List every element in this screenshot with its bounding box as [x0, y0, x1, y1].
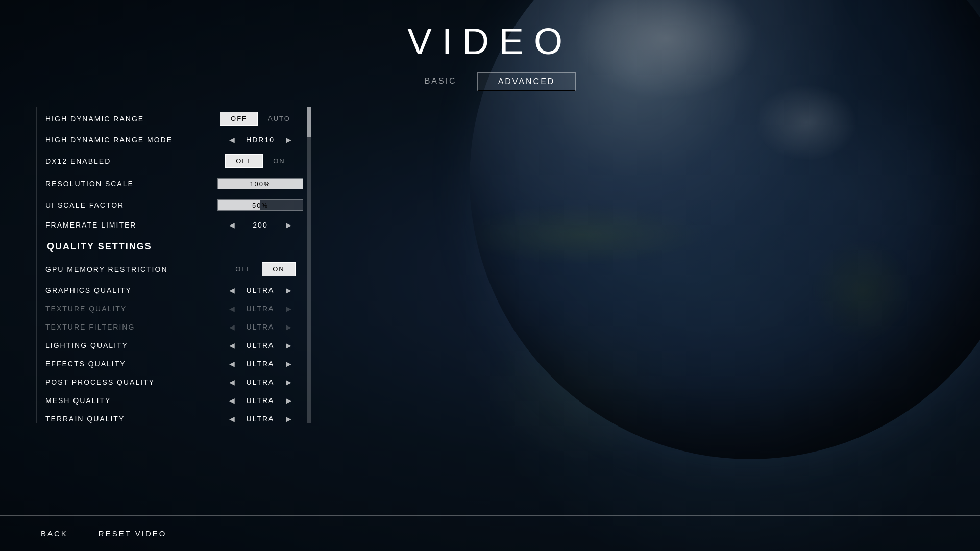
arrow-value-graphics-quality: ULTRA [240, 286, 281, 294]
setting-graphics-quality: GRAPHICS QUALITY ◀ ULTRA ▶ [36, 281, 311, 299]
setting-label-dx12: DX12 ENABLED [45, 157, 209, 165]
tab-advanced[interactable]: ADVANCED [477, 72, 576, 91]
setting-mesh-quality: MESH QUALITY ◀ ULTRA ▶ [36, 391, 311, 410]
setting-control-effects-quality: ◀ ULTRA ▶ [209, 360, 311, 368]
arrow-left-terrain-quality[interactable]: ◀ [229, 415, 235, 423]
setting-label-post-process: POST PROCESS QUALITY [45, 378, 209, 386]
arrow-left-effects-quality[interactable]: ◀ [229, 360, 235, 368]
scrollbar-thumb[interactable] [307, 107, 311, 137]
setting-texture-filtering: TEXTURE FILTERING ◀ ULTRA ▶ [36, 318, 311, 336]
setting-gpu-memory: GPU MEMORY RESTRICTION OFF ON [36, 257, 311, 281]
arrow-control-framerate: ◀ 200 ▶ [229, 221, 291, 229]
toggle-gpu-memory-on[interactable]: ON [262, 262, 296, 276]
setting-control-mesh-quality: ◀ ULTRA ▶ [209, 396, 311, 405]
setting-hdr-mode: HIGH DYNAMIC RANGE MODE ◀ HDR10 ▶ [36, 131, 311, 149]
arrow-value-effects-quality: ULTRA [240, 360, 281, 368]
bottom-bar: BACK RESET VIDEO [0, 515, 980, 551]
slider-resolution-scale[interactable]: 100% [217, 178, 303, 189]
setting-label-ui-scale: UI SCALE FACTOR [45, 201, 209, 209]
arrow-right-terrain-quality[interactable]: ▶ [286, 415, 291, 423]
arrow-left-hdr-mode[interactable]: ◀ [229, 136, 235, 144]
setting-label-texture-filtering: TEXTURE FILTERING [45, 323, 209, 331]
setting-label-terrain-quality: TERRAIN QUALITY [45, 415, 209, 423]
toggle-dx12-on[interactable]: ON [263, 155, 296, 167]
arrow-control-texture-quality: ◀ ULTRA ▶ [229, 305, 291, 313]
arrow-value-texture-quality: ULTRA [240, 305, 281, 313]
arrow-right-mesh-quality[interactable]: ▶ [286, 396, 291, 405]
setting-control-post-process: ◀ ULTRA ▶ [209, 378, 311, 386]
setting-label-hdr: HIGH DYNAMIC RANGE [45, 115, 209, 123]
tab-basic[interactable]: BASIC [404, 72, 477, 91]
arrow-control-hdr-mode: ◀ HDR10 ▶ [229, 136, 291, 144]
arrow-left-post-process[interactable]: ◀ [229, 378, 235, 386]
setting-control-texture-quality: ◀ ULTRA ▶ [209, 305, 311, 313]
arrow-right-texture-filtering[interactable]: ▶ [286, 323, 291, 331]
tabs-container: BASIC ADVANCED [0, 72, 980, 91]
arrow-control-effects-quality: ◀ ULTRA ▶ [229, 360, 291, 368]
section-header-quality: QUALITY SETTINGS [36, 234, 311, 257]
arrow-left-mesh-quality[interactable]: ◀ [229, 396, 235, 405]
arrow-value-texture-filtering: ULTRA [240, 323, 281, 331]
arrow-control-mesh-quality: ◀ ULTRA ▶ [229, 396, 291, 405]
arrow-control-terrain-quality: ◀ ULTRA ▶ [229, 415, 291, 423]
arrow-left-framerate[interactable]: ◀ [229, 221, 235, 229]
arrow-value-lighting-quality: ULTRA [240, 341, 281, 349]
reset-video-button[interactable]: RESET VIDEO [99, 525, 167, 542]
page-title: VIDEO [407, 20, 573, 62]
toggle-hdr-off[interactable]: OFF [220, 112, 258, 126]
setting-control-dx12: OFF ON [209, 154, 311, 168]
arrow-left-texture-filtering[interactable]: ◀ [229, 323, 235, 331]
setting-label-mesh-quality: MESH QUALITY [45, 396, 209, 405]
setting-dx12: DX12 ENABLED OFF ON [36, 149, 311, 173]
setting-control-terrain-quality: ◀ ULTRA ▶ [209, 415, 311, 423]
setting-label-lighting-quality: LIGHTING QUALITY [45, 341, 209, 349]
setting-resolution-scale: RESOLUTION SCALE 100% [36, 173, 311, 194]
setting-control-ui-scale: 50% [209, 199, 311, 211]
back-button[interactable]: BACK [41, 525, 68, 542]
arrow-left-texture-quality[interactable]: ◀ [229, 305, 235, 313]
arrow-control-lighting-quality: ◀ ULTRA ▶ [229, 341, 291, 349]
arrow-right-lighting-quality[interactable]: ▶ [286, 341, 291, 349]
arrow-right-graphics-quality[interactable]: ▶ [286, 286, 291, 294]
toggle-gpu-memory: OFF ON [225, 262, 296, 276]
setting-label-hdr-mode: HIGH DYNAMIC RANGE MODE [45, 136, 209, 144]
arrow-control-graphics-quality: ◀ ULTRA ▶ [229, 286, 291, 294]
arrow-control-texture-filtering: ◀ ULTRA ▶ [229, 323, 291, 331]
setting-texture-quality: TEXTURE QUALITY ◀ ULTRA ▶ [36, 299, 311, 318]
slider-ui-scale[interactable]: 50% [217, 199, 303, 211]
setting-lighting-quality: LIGHTING QUALITY ◀ ULTRA ▶ [36, 336, 311, 355]
arrow-control-post-process: ◀ ULTRA ▶ [229, 378, 291, 386]
toggle-hdr-auto[interactable]: AUTO [258, 112, 301, 125]
toggle-gpu-memory-off[interactable]: OFF [225, 263, 262, 276]
arrow-value-framerate: 200 [240, 221, 281, 229]
setting-control-hdr: OFF AUTO [209, 112, 311, 126]
setting-hdr: HIGH DYNAMIC RANGE OFF AUTO [36, 107, 311, 131]
setting-label-gpu-memory: GPU MEMORY RESTRICTION [45, 265, 209, 273]
setting-effects-quality: EFFECTS QUALITY ◀ ULTRA ▶ [36, 355, 311, 373]
setting-label-resolution-scale: RESOLUTION SCALE [45, 180, 209, 188]
setting-control-gpu-memory: OFF ON [209, 262, 311, 276]
setting-framerate: FRAMERATE LIMITER ◀ 200 ▶ [36, 216, 311, 234]
toggle-dx12-off[interactable]: OFF [225, 154, 263, 168]
slider-text-resolution-scale: 100% [218, 179, 303, 189]
scrollbar-track[interactable] [307, 107, 311, 423]
arrow-right-effects-quality[interactable]: ▶ [286, 360, 291, 368]
setting-label-graphics-quality: GRAPHICS QUALITY [45, 286, 209, 294]
slider-text-ui-scale: 50% [218, 200, 303, 210]
arrow-right-post-process[interactable]: ▶ [286, 378, 291, 386]
arrow-value-terrain-quality: ULTRA [240, 415, 281, 423]
setting-ui-scale: UI SCALE FACTOR 50% [36, 194, 311, 216]
setting-control-framerate: ◀ 200 ▶ [209, 221, 311, 229]
settings-panel: HIGH DYNAMIC RANGE OFF AUTO HIGH DYNAMIC… [36, 107, 311, 423]
setting-control-resolution-scale: 100% [209, 178, 311, 189]
setting-control-lighting-quality: ◀ ULTRA ▶ [209, 341, 311, 349]
arrow-right-hdr-mode[interactable]: ▶ [286, 136, 291, 144]
arrow-left-lighting-quality[interactable]: ◀ [229, 341, 235, 349]
setting-post-process: POST PROCESS QUALITY ◀ ULTRA ▶ [36, 373, 311, 391]
arrow-right-framerate[interactable]: ▶ [286, 221, 291, 229]
arrow-right-texture-quality[interactable]: ▶ [286, 305, 291, 313]
setting-control-graphics-quality: ◀ ULTRA ▶ [209, 286, 311, 294]
setting-label-effects-quality: EFFECTS QUALITY [45, 360, 209, 368]
arrow-left-graphics-quality[interactable]: ◀ [229, 286, 235, 294]
arrow-value-post-process: ULTRA [240, 378, 281, 386]
